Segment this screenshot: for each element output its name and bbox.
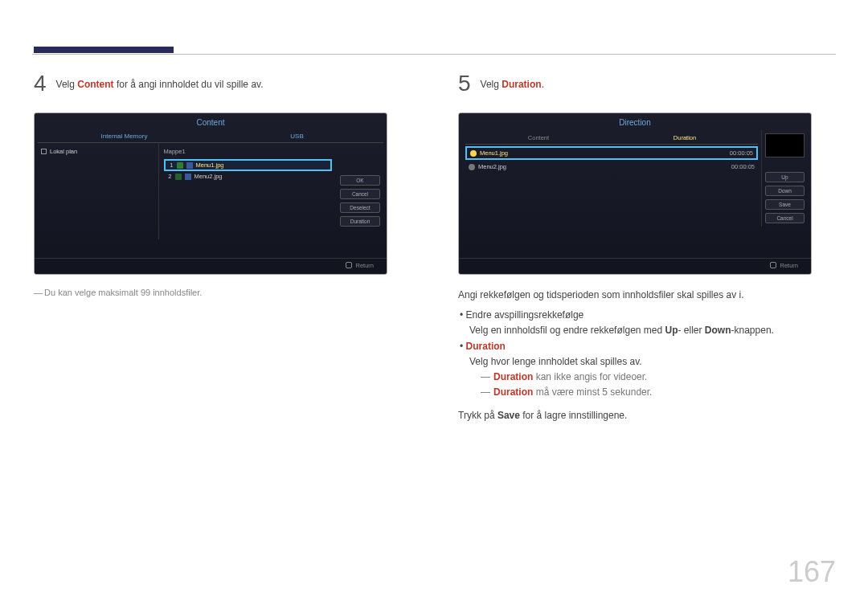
step-5-text: Velg Duration. [481,79,544,90]
header-color-bar [34,47,174,53]
image-icon [185,174,191,180]
step-4-text: Velg Content for å angi innholdet du vil… [56,79,264,90]
image-icon [186,162,193,169]
bullet-playback-order: Endre avspillingsrekkefølge Velg en innh… [469,308,834,338]
deselect-button[interactable]: Deselect [340,202,380,213]
tab-internal-memory[interactable]: Internal Memory [38,130,211,142]
checked-icon [175,174,182,180]
save-button[interactable]: Save [765,199,805,210]
desc-intro: Angi rekkefølgen og tidsperioden som inn… [458,288,834,303]
item-icon [470,150,477,157]
return-icon [770,262,776,268]
content-screen: Content Internal Memory USB Lokal plan M… [34,112,387,275]
duration-button[interactable]: Duration [340,216,380,227]
screen-footer: Return [35,258,387,274]
step-number-4: 4 [34,72,47,95]
cancel-button[interactable]: Cancel [765,213,805,223]
screen-footer: Return [459,258,811,274]
folder-label[interactable]: Mappe1 [164,146,333,158]
content-screen-title: Content [35,113,387,130]
duration-row[interactable]: Menu2.jpg 00:00:05 [465,161,758,172]
tab-usb[interactable]: USB [211,130,383,142]
tab-duration[interactable]: Duration [612,132,758,144]
duration-row[interactable]: Menu1.jpg 00:00:05 [465,146,758,160]
final-line: Trykk på Save for å lagre innstillingene… [458,408,834,423]
file-row[interactable]: 1 Menu1.jpg [164,159,333,171]
checked-icon [177,162,183,169]
return-icon [346,262,352,268]
down-button[interactable]: Down [765,186,805,196]
ok-button[interactable]: OK [340,175,380,186]
checkbox-icon [41,149,47,154]
tab-content[interactable]: Content [465,132,612,144]
note-max-files: ― Du kan velge maksimalt 99 innholdsfile… [34,288,410,297]
file-row[interactable]: 2 Menu2.jpg [164,172,333,181]
direction-screen-title: Direction [459,113,811,130]
page-number: 167 [788,555,836,589]
cancel-button[interactable]: Cancel [340,189,380,199]
lokal-plan-row[interactable]: Lokal plan [41,146,155,157]
item-icon [469,164,475,170]
left-column: 4 Velg Content for å angi innholdet du v… [34,72,410,424]
up-button[interactable]: Up [765,172,805,182]
step-number-5: 5 [458,72,471,95]
right-column: 5 Velg Duration. Direction Content Durat… [458,72,834,424]
bullet-duration: Duration Velg hvor lenge innholdet skal … [469,339,834,401]
header-divider [32,54,836,55]
preview-box [765,133,805,157]
direction-screen: Direction Content Duration Menu1.jpg 00:… [458,112,812,275]
